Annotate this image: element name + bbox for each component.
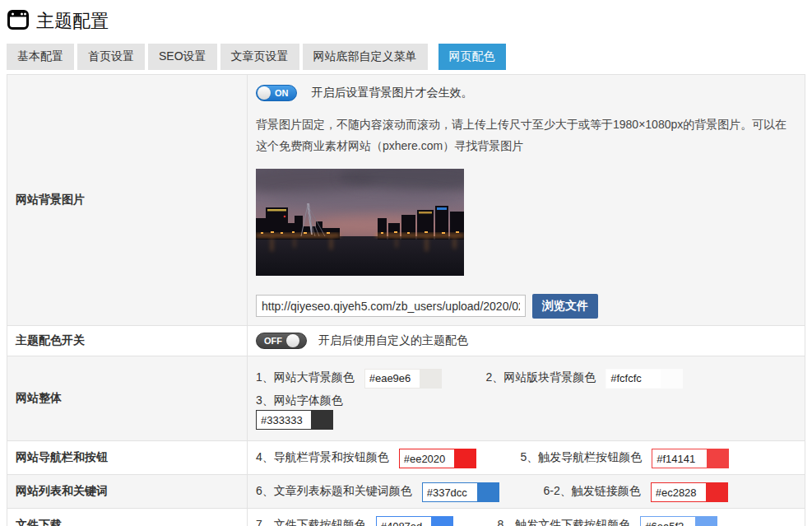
- color-field-label: 4、导航栏背景和按钮颜色: [256, 450, 389, 463]
- color-swatch: [431, 517, 452, 526]
- color-field: 4、导航栏背景和按钮颜色: [256, 447, 476, 468]
- color-picker-input[interactable]: [606, 369, 683, 389]
- toggle-state-label: OFF: [264, 336, 282, 346]
- row-background-image: 网站背景图片 ON 开启后设置背景图片才会生效。 背景图片固定，不随内容滚动而滚…: [7, 75, 805, 325]
- tab-basic-config[interactable]: 基本配置: [7, 44, 74, 70]
- color-value-input[interactable]: [423, 483, 477, 501]
- color-value-input[interactable]: [606, 370, 661, 388]
- tab-page-colors[interactable]: 网页配色: [438, 44, 506, 70]
- color-field: 1、网站大背景颜色: [256, 367, 442, 389]
- row-label: 网站背景图片: [7, 75, 248, 325]
- color-field-label: 6-2、触发链接颜色: [544, 484, 641, 497]
- color-picker-input[interactable]: [364, 369, 442, 389]
- theme-config-table: 网站背景图片 ON 开启后设置背景图片才会生效。 背景图片固定，不随内容滚动而滚…: [7, 74, 805, 526]
- color-value-input[interactable]: [652, 449, 707, 468]
- color-picker-input[interactable]: [399, 449, 476, 468]
- color-field-label: 6、文章列表标题和关键词颜色: [256, 484, 412, 497]
- color-swatch: [661, 370, 682, 388]
- tab-seo-settings[interactable]: SEO设置: [148, 44, 217, 70]
- color-field: 6-2、触发链接颜色: [544, 481, 728, 502]
- color-field-label: 2、网站版块背景颜色: [486, 370, 596, 384]
- color-value-input[interactable]: [377, 517, 431, 526]
- color-picker-input[interactable]: [640, 516, 717, 526]
- tab-article-page-settings[interactable]: 文章页设置: [220, 44, 299, 70]
- color-value-input[interactable]: [257, 411, 311, 429]
- config-tabbar: 基本配置 首页设置 SEO设置 文章页设置 网站底部自定义菜单 网页配色: [7, 44, 805, 70]
- theme-color-toggle[interactable]: OFF: [256, 333, 307, 349]
- tab-homepage-settings[interactable]: 首页设置: [77, 44, 145, 70]
- page-title: 主题配置: [36, 9, 109, 34]
- color-picker-input[interactable]: [651, 482, 728, 502]
- toggle-knob: [286, 334, 299, 347]
- row-label: 文件下载: [7, 509, 248, 526]
- background-image-preview: [256, 169, 464, 276]
- color-field-label: 3、网站字体颜色: [256, 393, 343, 407]
- row-label: 网站列表和关键词: [7, 475, 248, 508]
- toggle-knob: [258, 86, 271, 100]
- color-swatch: [706, 483, 727, 501]
- color-field: 5、触发导航栏按钮颜色: [521, 447, 730, 468]
- page-header: 主题配置: [7, 8, 805, 34]
- color-field-label: 8、触发文件下载按钮颜色: [498, 518, 631, 526]
- color-swatch: [420, 370, 441, 388]
- toggle-hint-text: 开启后设置背景图片才会生效。: [311, 86, 472, 99]
- row-label: 网站整体: [7, 356, 248, 440]
- color-field: 8、触发文件下载按钮颜色: [498, 514, 718, 526]
- color-field-label: 1、网站大背景颜色: [256, 370, 355, 384]
- row-navbar-button-colors: 网站导航栏和按钮 4、导航栏背景和按钮颜色 5、触发导航栏按钮颜色: [7, 440, 805, 474]
- color-swatch: [707, 449, 728, 468]
- color-picker-input[interactable]: [376, 516, 453, 526]
- color-swatch: [477, 483, 499, 501]
- window-icon: [7, 8, 30, 34]
- browse-files-button[interactable]: 浏览文件: [532, 294, 598, 319]
- color-field: 6、文章列表标题和关键词颜色: [256, 481, 499, 502]
- color-value-input[interactable]: [652, 483, 706, 501]
- color-picker-input[interactable]: [422, 482, 499, 502]
- row-theme-color-switch: 主题配色开关 OFF 开启后使用自定义的主题配色: [7, 325, 805, 356]
- toggle-hint-text: 开启后使用自定义的主题配色: [318, 333, 468, 348]
- row-label: 主题配色开关: [7, 326, 248, 356]
- background-image-description: 背景图片固定，不随内容滚动而滚动，请上传上传尺寸至少大于或等于1980×1080…: [256, 114, 796, 157]
- toggle-state-label: ON: [275, 88, 289, 98]
- color-field: 2、网站版块背景颜色: [486, 367, 684, 389]
- row-file-download-colors: 文件下载 7、文件下载按钮颜色 8、触发文件下载按钮颜色: [7, 508, 805, 526]
- color-field-label: 5、触发导航栏按钮颜色: [521, 450, 643, 463]
- color-picker-input[interactable]: [652, 449, 729, 468]
- color-field: 3、网站字体颜色: [256, 393, 367, 430]
- row-label: 网站导航栏和按钮: [7, 441, 248, 474]
- tab-footer-custom-menu[interactable]: 网站底部自定义菜单: [303, 44, 428, 70]
- color-picker-input[interactable]: [256, 410, 333, 430]
- color-swatch: [454, 449, 476, 468]
- background-image-toggle[interactable]: ON: [256, 85, 297, 101]
- color-swatch: [695, 517, 717, 526]
- background-image-url-input[interactable]: [256, 295, 526, 317]
- color-value-input[interactable]: [365, 370, 420, 388]
- row-list-keyword-colors: 网站列表和关键词 6、文章列表标题和关键词颜色 6-2、触发链接颜色: [7, 474, 805, 508]
- color-value-input[interactable]: [400, 449, 454, 468]
- color-field: 7、文件下载按钮颜色: [256, 514, 453, 526]
- row-site-overall-colors: 网站整体 1、网站大背景颜色 2、网站版块背景颜色 3、网站字体颜色: [7, 356, 805, 440]
- color-value-input[interactable]: [641, 517, 695, 526]
- color-swatch: [311, 411, 332, 429]
- color-field-label: 7、文件下载按钮颜色: [256, 518, 366, 526]
